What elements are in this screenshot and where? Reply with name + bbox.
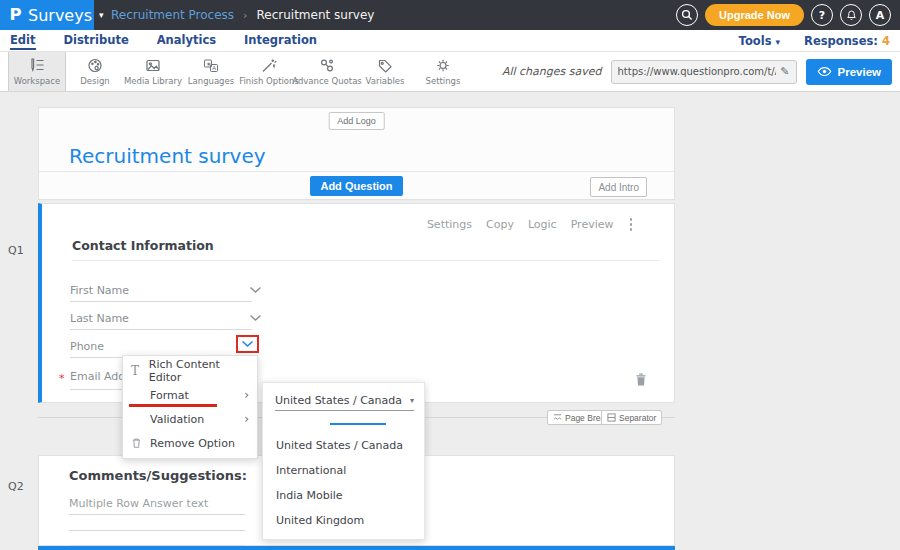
chevron-down-icon: ▾: [410, 397, 414, 405]
svg-text:★: ★: [206, 61, 211, 67]
add-intro-button[interactable]: Add Intro: [590, 177, 647, 197]
question-more-menu-icon[interactable]: [628, 216, 635, 233]
divider: [72, 260, 659, 261]
toolbar-item-finish-options[interactable]: Finish Options: [240, 52, 298, 91]
responses-count: 4: [882, 34, 890, 48]
format-option-india-mobile[interactable]: India Mobile: [263, 483, 424, 508]
survey-nav: Edit Distribute Analytics Integration To…: [0, 30, 900, 52]
image-icon: [144, 57, 162, 74]
field-underline: [70, 329, 252, 330]
format-option-united-kingdom[interactable]: United Kingdom: [263, 508, 424, 533]
next-question-selection-bar: [38, 546, 675, 550]
question-title-q1[interactable]: Contact Information: [72, 238, 214, 253]
preview-button[interactable]: Preview: [806, 59, 892, 85]
workspace-icon: [28, 57, 46, 74]
field-label-first-name[interactable]: First Name: [70, 284, 129, 297]
breadcrumb: Recruitment Process › Recruitment survey: [111, 0, 374, 30]
required-asterisk: *: [59, 372, 65, 385]
page-break-icon: [553, 413, 562, 422]
edit-url-icon[interactable]: ✎: [780, 65, 789, 78]
palette-icon: [86, 57, 104, 74]
question-logic-link[interactable]: Logic: [528, 218, 557, 231]
toolbar-item-design[interactable]: Design: [66, 52, 124, 91]
question-number-q2: Q2: [8, 480, 24, 493]
chevron-down-icon: [241, 340, 254, 348]
toolbar-item-advance-quotas[interactable]: Advance Quotas: [298, 52, 356, 91]
text-format-icon: T: [131, 364, 149, 378]
breadcrumb-separator-icon: ›: [243, 9, 247, 22]
menu-item-remove-option[interactable]: Remove Option: [123, 431, 257, 455]
tab-edit[interactable]: Edit: [10, 31, 36, 50]
links-icon: [318, 57, 336, 74]
format-annotation-underline: [129, 404, 217, 407]
avatar[interactable]: A: [869, 4, 891, 26]
field-options-context-menu: T Rich Content Editor Format › Validatio…: [122, 355, 258, 459]
menu-item-validation[interactable]: Validation ›: [123, 407, 257, 431]
question-copy-link[interactable]: Copy: [486, 218, 514, 231]
tab-distribute[interactable]: Distribute: [64, 31, 129, 50]
format-option-international[interactable]: International: [263, 458, 424, 483]
toolbar-item-variables[interactable]: Variables: [356, 52, 414, 91]
eye-icon: [817, 66, 832, 77]
delete-field-trash-icon[interactable]: [634, 372, 648, 387]
top-bar: P Surveys ▾ Recruitment Process › Recrui…: [0, 0, 900, 30]
product-name: Surveys: [28, 6, 92, 25]
save-status: All changes saved: [502, 65, 602, 78]
tab-integration[interactable]: Integration: [244, 31, 317, 50]
chevron-down-icon: ▾: [99, 11, 104, 20]
add-logo-button[interactable]: Add Logo: [328, 112, 385, 130]
question-preview-link[interactable]: Preview: [571, 218, 614, 231]
separator-button[interactable]: Separator: [601, 410, 662, 425]
toolbar-item-settings[interactable]: Settings: [414, 52, 472, 91]
format-submenu-panel: United States / Canada ▾ United States /…: [262, 382, 425, 540]
submenu-chevron-icon: ›: [244, 388, 249, 402]
gear-icon: [434, 57, 452, 74]
field-label-phone[interactable]: Phone: [70, 340, 104, 353]
wand-icon: [260, 57, 278, 74]
answer-underline: [69, 514, 245, 515]
answer-underline: [69, 530, 245, 531]
field-underline: [70, 301, 252, 302]
breadcrumb-current: Recruitment survey: [256, 8, 374, 22]
question-settings-link[interactable]: Settings: [427, 218, 472, 231]
multirow-answer-placeholder[interactable]: Multiple Row Answer text: [69, 497, 208, 510]
search-icon[interactable]: [676, 4, 698, 26]
questionpro-logo-icon: P: [9, 6, 21, 24]
separator-icon: [607, 413, 616, 422]
toolbar-item-languages[interactable]: ★A Languages: [182, 52, 240, 91]
question-number-q1: Q1: [8, 244, 24, 257]
format-select[interactable]: United States / Canada ▾: [275, 391, 414, 411]
survey-url-field: ✎: [611, 60, 797, 84]
field-options-chevron-icon[interactable]: [249, 286, 262, 294]
phone-options-chevron-annotation[interactable]: [236, 335, 259, 353]
upgrade-now-button[interactable]: Upgrade Now: [705, 4, 804, 26]
responses-link[interactable]: Responses: 4: [804, 34, 890, 48]
breadcrumb-parent[interactable]: Recruitment Process: [111, 8, 234, 22]
toolbar-item-workspace[interactable]: Workspace: [8, 52, 66, 91]
add-question-button[interactable]: Add Question: [310, 176, 402, 196]
submenu-chevron-icon: ›: [244, 412, 249, 426]
format-option-us-canada[interactable]: United States / Canada: [263, 433, 424, 458]
question-title-q2[interactable]: Comments/Suggestions:: [69, 468, 247, 483]
field-options-chevron-icon[interactable]: [249, 314, 262, 322]
tag-icon: [376, 57, 394, 74]
survey-title[interactable]: Recruitment survey: [69, 144, 266, 168]
survey-editor-canvas: Add Logo Recruitment survey Add Question…: [0, 92, 900, 550]
chevron-down-icon: ▾: [776, 37, 781, 47]
help-icon[interactable]: ?: [811, 4, 833, 26]
svg-text:A: A: [212, 65, 216, 71]
menu-item-rich-content-editor[interactable]: T Rich Content Editor: [123, 359, 257, 383]
tab-analytics[interactable]: Analytics: [157, 31, 216, 50]
survey-header-card: Add Logo Recruitment survey Add Question…: [38, 107, 675, 200]
toolbar-item-media-library[interactable]: Media Library: [124, 52, 182, 91]
field-label-last-name[interactable]: Last Name: [70, 312, 129, 325]
edit-toolbar: Workspace Design Media Library ★A Langua…: [0, 52, 900, 92]
active-tab-indicator: [330, 423, 386, 425]
trash-icon: [131, 437, 150, 449]
tools-dropdown[interactable]: Tools ▾: [739, 34, 780, 48]
survey-url-input[interactable]: [618, 66, 777, 77]
surveys-menu[interactable]: P Surveys ▾: [0, 0, 94, 30]
notifications-bell-icon[interactable]: [840, 4, 862, 26]
menu-item-format[interactable]: Format ›: [123, 383, 257, 407]
translate-icon: ★A: [202, 57, 220, 74]
